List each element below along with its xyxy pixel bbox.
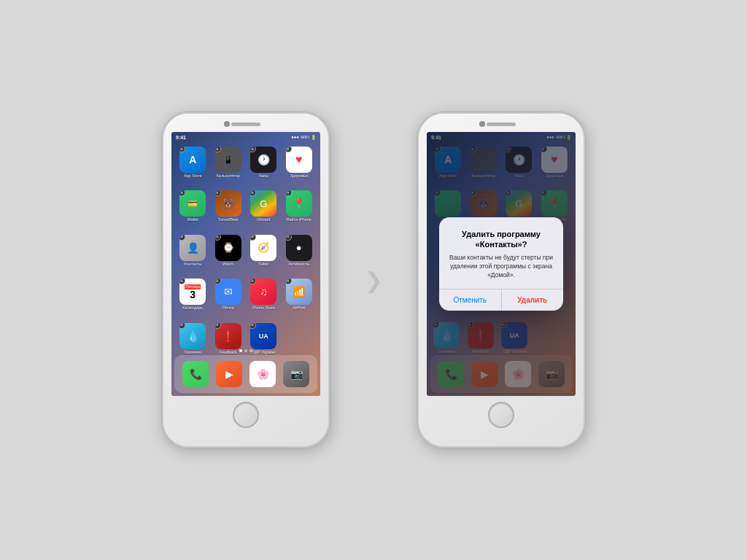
app-grid-left: A App Store 📱 Калькулятор 🕐 Часы xyxy=(174,142,317,367)
contacts-label: Контакты xyxy=(184,262,201,266)
infuse-icon: ▶ xyxy=(216,361,242,387)
delete-badge-watch[interactable] xyxy=(215,235,221,241)
wallet-icon: 💳 xyxy=(179,190,206,217)
app-findmy[interactable]: 📍 Найти iPhone xyxy=(282,189,317,231)
calendar-label: Календарь xyxy=(182,306,203,310)
dialog-overlay: Удалить программу «Контакты»? Ваши конта… xyxy=(427,132,576,396)
delete-badge-health[interactable] xyxy=(286,147,292,152)
app-tunnelbear[interactable]: 🐻 TunnelBear xyxy=(212,189,246,231)
app-calc[interactable]: 📱 Калькулятор xyxy=(212,145,246,187)
iphone-left: 9:41 ●●● WiFi 🔋 A App Store 📱 xyxy=(162,112,330,448)
gismeteo-icon: 💧 xyxy=(179,323,206,349)
wifi-icon-left: WiFi xyxy=(301,135,309,139)
delete-badge-itunes[interactable] xyxy=(250,279,256,284)
delete-button[interactable]: Удалить xyxy=(502,289,564,311)
app-appstore[interactable]: A App Store xyxy=(176,145,210,187)
app-mail[interactable]: ✉ Почта xyxy=(212,277,246,319)
phone-icon: 📞 xyxy=(182,361,209,387)
tunnelbear-label: TunnelBear xyxy=(218,217,239,222)
safari-label: Safari xyxy=(258,262,268,266)
itunes-label: iTunes Store xyxy=(252,306,275,310)
dialog-buttons: Отменить Удалить xyxy=(439,289,563,311)
calc-icon: 📱 xyxy=(215,147,241,173)
dialog-title: Удалить программу «Контакты»? xyxy=(448,229,554,250)
app-itunes[interactable]: ♫ iTunes Store xyxy=(247,277,281,319)
app-gboard[interactable]: G Gboard xyxy=(247,189,281,231)
delete-badge-mail[interactable] xyxy=(215,279,221,284)
findmy-label: Найти iPhone xyxy=(287,217,311,222)
findmy-icon: 📍 xyxy=(286,190,312,217)
delete-badge-findmy[interactable] xyxy=(286,190,292,196)
delete-dialog: Удалить программу «Контакты»? Ваши конта… xyxy=(439,217,563,311)
camera-sensor-left xyxy=(224,121,230,127)
gboard-icon: G xyxy=(250,190,276,217)
dot-1 xyxy=(239,349,242,352)
app-activity[interactable]: ● Активность xyxy=(282,233,317,276)
airport-label: AirPort xyxy=(293,306,305,310)
dock-camera[interactable]: 📷 xyxy=(283,361,309,387)
calc-label: Калькулятор xyxy=(217,174,240,178)
delete-badge-clock[interactable] xyxy=(250,147,256,152)
dot-3 xyxy=(249,349,252,352)
dock-phone[interactable]: 📞 xyxy=(182,361,209,387)
health-icon: ♥ xyxy=(286,147,312,173)
delete-badge-calc[interactable] xyxy=(215,147,221,152)
iphone-right: 9:41 ●●● WiFi 🔋 A App Store Калькулятор xyxy=(417,112,585,448)
mail-label: Почта xyxy=(222,306,233,310)
appstore-icon: A xyxy=(179,147,206,173)
camera-icon: 📷 xyxy=(283,361,309,387)
app-clock[interactable]: 🕐 Часы xyxy=(247,145,281,187)
dock-photos[interactable]: 🌸 xyxy=(249,361,276,387)
calendar-icon: Пятница 3 xyxy=(179,279,206,305)
arrow-container: ❯ xyxy=(359,268,388,293)
delete-badge-contacts[interactable] xyxy=(179,235,185,241)
app-wallet[interactable]: 💳 Wallet xyxy=(176,189,210,231)
delete-badge-gboard[interactable] xyxy=(250,190,256,196)
wallet-label: Wallet xyxy=(187,217,198,222)
delete-badge-safari[interactable] xyxy=(250,235,256,241)
home-button-right[interactable] xyxy=(488,402,514,428)
delete-badge-activity[interactable] xyxy=(286,235,292,241)
page-dots-left xyxy=(171,349,320,352)
clock-icon: 🕐 xyxy=(250,147,276,173)
pdr-icon: UA xyxy=(250,323,276,349)
dot-2 xyxy=(244,349,247,352)
status-bar-left: 9:41 ●●● WiFi 🔋 xyxy=(171,132,320,142)
speaker-left xyxy=(231,122,260,126)
delete-badge-pdr[interactable] xyxy=(250,323,256,329)
screen-right: 9:41 ●●● WiFi 🔋 A App Store Калькулятор xyxy=(427,132,576,396)
delete-badge-appstore[interactable] xyxy=(179,147,185,152)
delete-badge-airport[interactable] xyxy=(286,279,292,284)
watch-icon: ⌚ xyxy=(215,235,241,261)
itunes-icon: ♫ xyxy=(250,279,276,305)
dock-left: 📞 ▶ 🌸 📷 xyxy=(174,355,317,393)
gboard-label: Gboard xyxy=(257,217,270,222)
speaker-right xyxy=(487,122,516,126)
app-calendar[interactable]: Пятница 3 Календарь xyxy=(176,277,210,319)
clock-label: Часы xyxy=(259,174,268,178)
dock-infuse[interactable]: ▶ xyxy=(216,361,242,387)
delete-badge-tunnelbear[interactable] xyxy=(215,190,221,196)
dialog-message: Ваши контакты не будут стерты при удален… xyxy=(448,254,554,280)
health-label: Здоровье xyxy=(290,174,308,178)
delete-badge-gismeteo[interactable] xyxy=(179,323,185,329)
app-contacts[interactable]: 👤 Контакты xyxy=(176,233,210,276)
feedback-icon: ❗ xyxy=(215,323,241,349)
mail-icon: ✉ xyxy=(215,279,241,305)
activity-label: Активность xyxy=(288,262,309,266)
delete-badge-wallet[interactable] xyxy=(179,190,185,196)
battery-icon-left: 🔋 xyxy=(311,135,316,140)
watch-label: Watch xyxy=(222,262,233,266)
appstore-label: App Store xyxy=(184,174,201,178)
camera-sensor-right xyxy=(479,121,485,127)
app-health[interactable]: ♥ Здоровье xyxy=(282,145,317,187)
app-watch[interactable]: ⌚ Watch xyxy=(212,233,246,276)
dialog-content: Удалить программу «Контакты»? Ваши конта… xyxy=(439,217,563,289)
cancel-button[interactable]: Отменить xyxy=(439,289,502,311)
status-time-left: 9:41 xyxy=(176,135,186,140)
app-airport[interactable]: 📶 AirPort xyxy=(282,277,317,319)
app-safari[interactable]: 🧭 Safari xyxy=(247,233,281,276)
home-button-left[interactable] xyxy=(233,402,259,428)
contacts-icon: 👤 xyxy=(179,235,206,261)
delete-badge-feedback[interactable] xyxy=(215,323,221,329)
